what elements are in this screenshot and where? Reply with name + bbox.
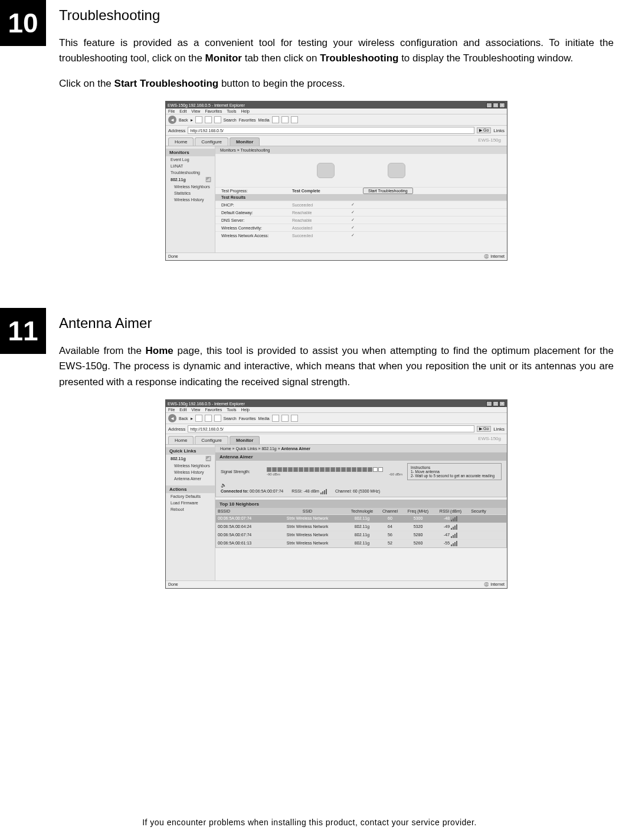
- back-icon[interactable]: ◄: [168, 414, 176, 422]
- menu-file[interactable]: File: [168, 408, 175, 412]
- tab-home[interactable]: Home: [168, 137, 194, 146]
- minimize-icon[interactable]: _: [486, 103, 492, 108]
- print-icon[interactable]: [291, 116, 298, 123]
- radio-label: 802.11g: [171, 457, 186, 461]
- menu-help[interactable]: Help: [241, 109, 250, 113]
- forward-icon[interactable]: ▸: [191, 117, 193, 123]
- address-input[interactable]: http://192.168.0.5/: [188, 425, 474, 432]
- links-label[interactable]: Links: [493, 426, 505, 432]
- sidebar-item-statistics[interactable]: Statistics: [166, 190, 215, 196]
- toolbar: ◄ Back ▸ Search Favorites Media: [166, 114, 507, 126]
- table-row[interactable]: 00:06:5A:00:61:13Strix Wireless Network8…: [216, 539, 506, 547]
- instructions-box: Instructions 1- Move antenna 2- Wait up …: [407, 463, 502, 480]
- start-troubleshooting-button[interactable]: Start Troubleshooting: [363, 188, 413, 194]
- menu-favorites[interactable]: Favorites: [205, 109, 222, 113]
- sidebar-item-linat[interactable]: LI/NAT: [166, 163, 215, 169]
- cell-chan: 60: [378, 515, 402, 523]
- result-label: Default Gateway:: [221, 211, 292, 215]
- screenshot-troubleshooting: EWS-150g 192.168.0.5 - Internet Explorer…: [165, 101, 507, 261]
- mail-icon[interactable]: [281, 415, 289, 422]
- go-button[interactable]: ▶ Go: [477, 426, 491, 432]
- sidebar-item-troubleshooting[interactable]: Troubleshooting: [166, 169, 215, 176]
- media-label[interactable]: Media: [258, 118, 270, 122]
- forward-icon[interactable]: ▸: [191, 416, 193, 421]
- tab-monitor[interactable]: Monitor: [230, 137, 260, 146]
- menu-tools[interactable]: Tools: [227, 408, 236, 412]
- address-input[interactable]: http://192.168.0.5/: [188, 127, 474, 134]
- close-icon[interactable]: ×: [499, 401, 505, 406]
- tab-configure[interactable]: Configure: [195, 137, 228, 146]
- th-chan: Channel: [378, 508, 402, 514]
- menu-tools[interactable]: Tools: [227, 109, 236, 113]
- sidebar-item-radio[interactable]: 802.11g 📶: [166, 455, 215, 462]
- breadcrumb: Home » Quick Links » 802.11g » Antenna A…: [215, 445, 507, 452]
- menu-view[interactable]: View: [191, 109, 200, 113]
- menu-edit[interactable]: Edit: [179, 408, 186, 412]
- print-icon[interactable]: [291, 415, 298, 422]
- scale-max: -60 dBm: [389, 472, 402, 476]
- sidebar-item-wireless-history[interactable]: Wireless History: [166, 469, 215, 475]
- menu-favorites[interactable]: Favorites: [205, 408, 222, 412]
- table-row[interactable]: 00:06:5A:00:64:24Strix Wireless Network8…: [216, 523, 506, 531]
- minimize-icon[interactable]: _: [486, 401, 492, 406]
- home-icon[interactable]: [214, 116, 221, 123]
- search-label[interactable]: Search: [224, 118, 237, 122]
- table-row[interactable]: 00:06:5A:00:67:74Strix Wireless Network8…: [216, 531, 506, 539]
- menu-help[interactable]: Help: [241, 408, 250, 412]
- result-label: Wireless Connectivity:: [221, 226, 292, 230]
- history-icon[interactable]: [272, 415, 279, 422]
- signal-cell: [293, 467, 298, 472]
- speaker-icon[interactable]: 🔈: [216, 483, 506, 488]
- back-icon[interactable]: ◄: [168, 116, 176, 124]
- go-button[interactable]: ▶ Go: [477, 127, 491, 133]
- sidebar-item-wireless-history[interactable]: Wireless History: [166, 196, 215, 203]
- sidebar-item-wireless-neighbors[interactable]: Wireless Neighbors: [166, 183, 215, 190]
- sidebar-item-eventlog[interactable]: Event Log: [166, 156, 215, 163]
- links-label[interactable]: Links: [493, 128, 505, 133]
- sidebar-item-radio[interactable]: 802.11g 📶: [166, 176, 215, 183]
- close-icon[interactable]: ×: [499, 103, 505, 108]
- media-label[interactable]: Media: [258, 416, 270, 421]
- tab-home[interactable]: Home: [168, 436, 194, 444]
- instruction-line: 1- Move antenna: [411, 470, 498, 474]
- maximize-icon[interactable]: □: [493, 401, 499, 406]
- cell-bssid: 00:06:5A:00:64:24: [216, 523, 269, 531]
- stop-icon[interactable]: [195, 415, 202, 422]
- result-row: Wireless Network Access:Succeeded✓: [215, 231, 507, 239]
- bold-text: Home: [146, 345, 173, 356]
- favorites-label[interactable]: Favorites: [239, 118, 256, 122]
- result-row: DHCP:Succeeded✓: [215, 201, 507, 208]
- sidebar-item-load-firmware[interactable]: Load Firmware: [166, 500, 215, 506]
- sidebar-item-reboot[interactable]: Reboot: [166, 506, 215, 513]
- menu-view[interactable]: View: [191, 408, 200, 412]
- menu-file[interactable]: File: [168, 109, 175, 113]
- sidebar: Monitors Event Log LI/NAT Troubleshootin…: [166, 146, 215, 252]
- sidebar-item-factory-defaults[interactable]: Factory Defaults: [166, 493, 215, 500]
- cell-ssid: Strix Wireless Network: [269, 540, 346, 547]
- rssi-label: RSSI:: [292, 489, 302, 493]
- mail-icon[interactable]: [281, 116, 289, 123]
- back-label[interactable]: Back: [179, 416, 188, 421]
- nav-tabs: Home Configure Monitor EWS-150g: [166, 136, 507, 146]
- window-title: EWS-150g 192.168.0.5 - Internet Explorer: [168, 402, 245, 406]
- back-label[interactable]: Back: [179, 118, 188, 122]
- signal-cell: [346, 467, 351, 472]
- maximize-icon[interactable]: □: [493, 103, 499, 108]
- home-icon[interactable]: [214, 415, 221, 422]
- sidebar-item-wireless-neighbors[interactable]: Wireless Neighbors: [166, 462, 215, 469]
- sidebar-item-antenna-aimer[interactable]: Antenna Aimer: [166, 475, 215, 482]
- refresh-icon[interactable]: [205, 415, 212, 422]
- menu-edit[interactable]: Edit: [179, 109, 186, 113]
- search-label[interactable]: Search: [224, 416, 237, 421]
- breadcrumb-current: Antenna Aimer: [281, 447, 311, 451]
- check-icon: ✓: [351, 233, 355, 238]
- signal-cell: [368, 467, 372, 472]
- stop-icon[interactable]: [195, 116, 202, 123]
- tab-configure[interactable]: Configure: [195, 436, 228, 444]
- table-row[interactable]: 00:06:5A:00:07:74Strix Wireless Network8…: [216, 514, 506, 523]
- refresh-icon[interactable]: [205, 116, 212, 123]
- favorites-label[interactable]: Favorites: [239, 416, 256, 421]
- bars-icon: [320, 489, 327, 494]
- history-icon[interactable]: [272, 116, 279, 123]
- tab-monitor[interactable]: Monitor: [230, 436, 260, 444]
